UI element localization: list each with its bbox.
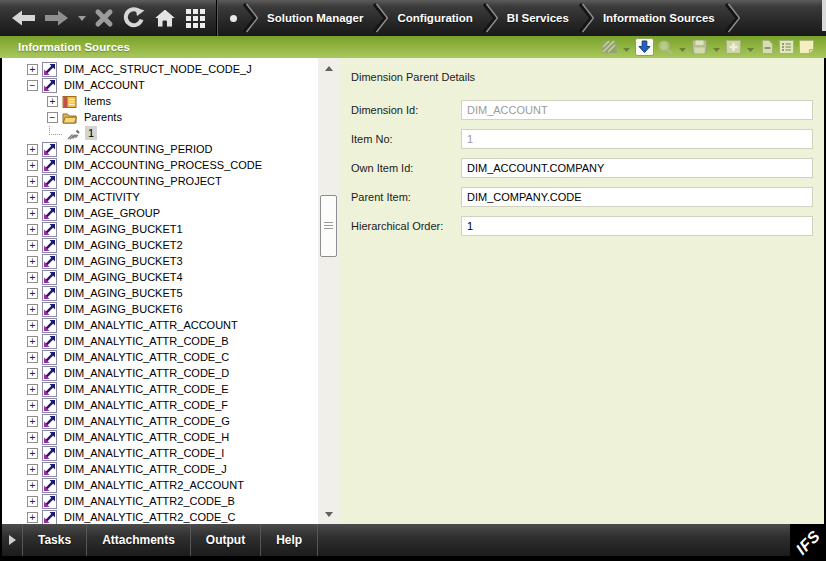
scroll-up-button[interactable]: [318, 60, 339, 76]
tree-item-label: DIM_AGING_BUCKET4: [61, 270, 186, 284]
tree-expander-icon[interactable]: [27, 224, 38, 235]
tree-item[interactable]: DIM_ANALYTIC_ATTR_CODE_C: [2, 349, 318, 365]
tree-item[interactable]: DIM_ANALYTIC_ATTR2_CODE_C: [2, 509, 318, 524]
tree-item[interactable]: DIM_AGING_BUCKET2: [2, 237, 318, 253]
tree-item[interactable]: DIM_ANALYTIC_ATTR2_CODE_B: [2, 493, 318, 509]
home-icon[interactable]: [153, 8, 177, 28]
tree-expander-icon[interactable]: [27, 432, 38, 443]
tree-expander-icon[interactable]: [27, 80, 38, 91]
panel-expand-button[interactable]: [2, 524, 23, 556]
tree-expander-icon[interactable]: [47, 96, 58, 107]
save-dropdown-caret-icon[interactable]: [713, 38, 720, 56]
search-dropdown-caret-icon[interactable]: [679, 38, 686, 56]
bottom-tab[interactable]: Help: [261, 524, 318, 556]
tree-expander-icon[interactable]: [27, 160, 38, 171]
tree-expander-icon[interactable]: [27, 512, 38, 523]
tree-expander-icon[interactable]: [27, 400, 38, 411]
tree-expander-icon[interactable]: [27, 176, 38, 187]
tree-item[interactable]: DIM_ACCOUNTING_PROCESS_CODE: [2, 157, 318, 173]
tree-item[interactable]: DIM_AGING_BUCKET5: [2, 285, 318, 301]
new-record-dropdown-caret-icon[interactable]: [747, 38, 754, 56]
tree-expander-icon[interactable]: [27, 256, 38, 267]
field-input[interactable]: [461, 100, 813, 120]
tree-expander-icon[interactable]: [27, 320, 38, 331]
scrollbar-thumb[interactable]: [320, 195, 337, 257]
tree-expander-icon[interactable]: [27, 464, 38, 475]
bottom-tab[interactable]: Attachments: [87, 524, 191, 556]
tree-expander-icon[interactable]: [27, 288, 38, 299]
tree-item[interactable]: DIM_ANALYTIC_ATTR_CODE_I: [2, 445, 318, 461]
new-record-icon[interactable]: [725, 39, 742, 55]
edit-dropdown-caret-icon[interactable]: [623, 38, 630, 56]
tree-item[interactable]: DIM_ACCOUNT: [2, 77, 318, 93]
information-source-icon: [42, 174, 57, 189]
tree-item[interactable]: DIM_ANALYTIC_ATTR2_ACCOUNT: [2, 477, 318, 493]
forward-icon[interactable]: [44, 8, 70, 28]
tree-item[interactable]: DIM_ANALYTIC_ATTR_CODE_D: [2, 365, 318, 381]
list-view-icon[interactable]: [778, 39, 795, 55]
breadcrumb-item[interactable]: Information Sources: [579, 0, 725, 36]
refresh-icon[interactable]: [122, 7, 145, 29]
field-input[interactable]: [461, 129, 813, 149]
tree-expander-icon[interactable]: [27, 208, 38, 219]
tree-expander-icon[interactable]: [27, 272, 38, 283]
field-input[interactable]: [461, 158, 813, 178]
tree-item[interactable]: DIM_ACTIVITY: [2, 189, 318, 205]
tree-scrollbar[interactable]: [318, 58, 339, 524]
tree-item[interactable]: DIM_AGING_BUCKET6: [2, 301, 318, 317]
app-grid-icon[interactable]: [185, 8, 206, 29]
tree-expander-icon[interactable]: [27, 304, 38, 315]
tree-item[interactable]: Items: [2, 93, 318, 109]
tree-item[interactable]: DIM_ANALYTIC_ATTR_CODE_G: [2, 413, 318, 429]
tree-expander-icon[interactable]: [27, 336, 38, 347]
tree-item-label: DIM_ANALYTIC_ATTR2_CODE_B: [61, 494, 238, 508]
tree-item[interactable]: DIM_ACC_STRUCT_NODE_CODE_J: [2, 61, 318, 77]
tree-item[interactable]: DIM_ANALYTIC_ATTR_CODE_B: [2, 333, 318, 349]
history-dropdown-icon[interactable]: [78, 16, 86, 21]
tree-item[interactable]: DIM_AGE_GROUP: [2, 205, 318, 221]
tree-expander-icon[interactable]: [27, 240, 38, 251]
tree-expander-icon[interactable]: [27, 368, 38, 379]
tree-expander-icon[interactable]: [27, 416, 38, 427]
field-label: Item No:: [351, 133, 461, 145]
tree-expander-icon[interactable]: [27, 192, 38, 203]
field-input[interactable]: [461, 187, 813, 207]
scroll-down-button[interactable]: [318, 506, 339, 522]
tree-expander-icon[interactable]: [27, 64, 38, 75]
close-icon[interactable]: [94, 8, 114, 28]
field-input[interactable]: [461, 216, 813, 236]
breadcrumb-item[interactable]: Solution Manager: [243, 0, 373, 36]
save-icon[interactable]: [691, 39, 708, 55]
tree-expander-icon[interactable]: [27, 144, 38, 155]
tree-item[interactable]: 1: [2, 125, 318, 141]
tree-expander-icon[interactable]: [47, 112, 58, 123]
search-icon[interactable]: [657, 39, 674, 56]
remove-record-icon[interactable]: [759, 39, 775, 55]
bottom-tab[interactable]: Tasks: [23, 524, 87, 556]
back-icon[interactable]: [10, 8, 36, 28]
edit-icon[interactable]: [601, 39, 618, 55]
tree-item[interactable]: DIM_ANALYTIC_ATTR_CODE_F: [2, 397, 318, 413]
tree-item[interactable]: DIM_ANALYTIC_ATTR_CODE_E: [2, 381, 318, 397]
tree-expander-icon[interactable]: [27, 496, 38, 507]
tree-item[interactable]: DIM_ACCOUNTING_PERIOD: [2, 141, 318, 157]
page-title: Information Sources: [18, 41, 130, 53]
tree-item[interactable]: DIM_AGING_BUCKET3: [2, 253, 318, 269]
tree-expander-icon[interactable]: [27, 352, 38, 363]
tree-item[interactable]: DIM_ANALYTIC_ATTR_ACCOUNT: [2, 317, 318, 333]
breadcrumb-item[interactable]: Configuration: [373, 0, 482, 36]
tree-expander-icon[interactable]: [27, 448, 38, 459]
tree-item-label: DIM_AGING_BUCKET5: [61, 286, 186, 300]
tree-expander-icon[interactable]: [27, 384, 38, 395]
tree-item[interactable]: DIM_ANALYTIC_ATTR_CODE_J: [2, 461, 318, 477]
tree-item[interactable]: DIM_ANALYTIC_ATTR_CODE_H: [2, 429, 318, 445]
note-icon[interactable]: [798, 39, 815, 55]
tree-item[interactable]: DIM_AGING_BUCKET4: [2, 269, 318, 285]
breadcrumb-item[interactable]: BI Services: [483, 0, 579, 36]
populate-icon[interactable]: [635, 38, 654, 56]
bottom-tab[interactable]: Output: [191, 524, 261, 556]
tree-item[interactable]: DIM_AGING_BUCKET1: [2, 221, 318, 237]
tree-item[interactable]: DIM_ACCOUNTING_PROJECT: [2, 173, 318, 189]
tree-item[interactable]: Parents: [2, 109, 318, 125]
tree-expander-icon[interactable]: [27, 480, 38, 491]
